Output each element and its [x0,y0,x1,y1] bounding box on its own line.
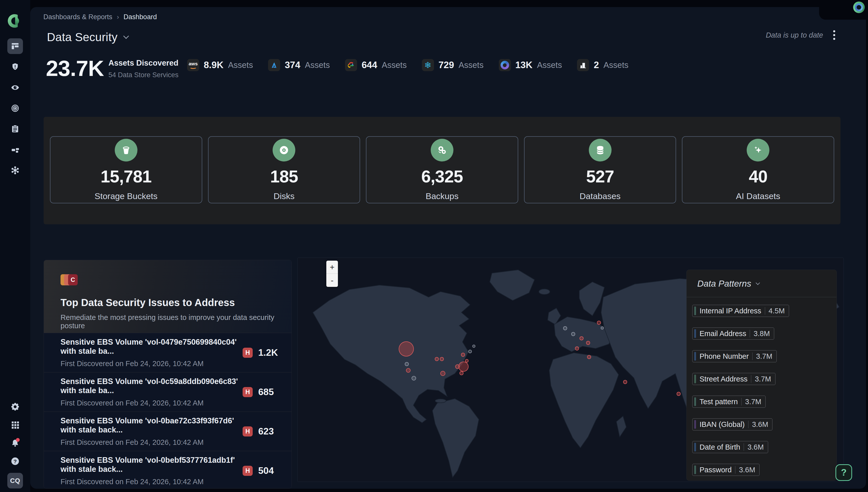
issue-count: 685 [258,387,278,397]
storage-buckets-value: 15,781 [101,167,152,186]
issue-row[interactable]: Sensitive EBS Volume 'vol-0479e750699840… [44,333,291,372]
provider-on-premises[interactable]: 2 Assets [577,59,629,71]
provider-azure[interactable]: 374 Assets [268,59,330,71]
map-asset-bubble[interactable] [461,353,465,357]
map-zoom-out-button[interactable]: - [326,274,338,287]
card-ai-datasets[interactable]: 40 AI Datasets [682,136,834,203]
building-icon [577,59,589,71]
data-patterns-header[interactable]: Data Patterns [687,270,837,297]
backup-icon [431,139,453,162]
data-pattern-chip[interactable]: IBAN (Global)3.6M [692,418,772,430]
map-asset-bubble[interactable] [571,332,575,336]
sidebar-item-connections[interactable] [7,163,23,178]
map-asset-bubble[interactable] [440,357,444,361]
issue-title: Sensitive EBS Volume 'vol-0bebf5377761ad… [60,456,242,474]
sidebar-item-policies[interactable] [7,121,23,137]
map-asset-bubble[interactable] [601,326,604,329]
data-pattern-chip[interactable]: Date of Birth3.6M [692,441,768,453]
help-circle-icon[interactable]: ? [8,454,22,468]
data-pattern-chip[interactable]: Street Address3.7M [692,373,775,385]
map-asset-bubble[interactable] [458,362,468,372]
kebab-menu-icon[interactable] [831,29,838,41]
map-asset-bubble[interactable] [435,357,439,361]
map-asset-bubble[interactable] [412,376,416,380]
map-asset-bubble[interactable] [468,350,472,353]
assets-total-label: Assets Discovered [108,58,179,68]
top-issues-title: Top Data Security Issues to Address [60,297,275,308]
card-disks[interactable]: 185 Disks [208,136,360,203]
data-pattern-chip[interactable]: Email Address3.8M [692,327,774,340]
sidebar-item-discovery[interactable] [7,80,23,95]
severity-badge-high: H [242,466,253,476]
map-asset-bubble[interactable] [676,392,681,396]
data-pattern-chip[interactable]: Password3.6M [692,464,760,476]
user-avatar[interactable]: CQ [7,473,23,489]
provider-snowflake[interactable]: ❄ 729 Assets [422,59,484,71]
apps-grid-icon[interactable] [8,418,22,432]
chevron-down-icon [756,280,760,285]
cyera-logo-icon[interactable] [7,13,23,29]
storage-buckets-label: Storage Buckets [95,191,157,201]
map-asset-bubble[interactable] [563,326,567,330]
card-backups[interactable]: 6,325 Backups [366,136,518,203]
sidebar-item-inventory[interactable] [7,142,23,157]
provider-google-cloud[interactable]: 644 Assets [345,59,407,71]
card-databases[interactable]: 527 Databases [524,136,676,203]
issue-row[interactable]: Sensitive EBS Volume 'vol-0bebf5377761ad… [44,451,291,489]
map-asset-bubble[interactable] [459,371,463,375]
azure-icon [268,59,280,71]
provider-microsoft[interactable]: 13K Assets [499,59,562,71]
page-title: Data Security [47,30,118,44]
breadcrumb-dashboards-reports[interactable]: Dashboards & Reports [43,13,112,21]
breadcrumb-separator: › [117,13,119,21]
map-asset-bubble[interactable] [399,341,414,356]
card-storage-buckets[interactable]: 15,781 Storage Buckets [50,136,202,203]
data-pattern-chip[interactable]: Internal IP Address4.5M [692,305,789,317]
data-pattern-chip[interactable]: Phone Number3.7M [692,350,777,362]
notifications-bell-icon[interactable] [8,437,22,450]
main-content: Dashboards & Reports › Dashboard Data is… [30,7,866,489]
settings-gear-icon[interactable] [8,400,22,413]
map-asset-bubble[interactable] [406,368,411,373]
network-nodes-icon [10,166,20,175]
chevron-down-icon [123,33,129,39]
sidebar-item-classification[interactable] [7,100,23,116]
onprem-asset-count: 2 [594,60,599,70]
map-asset-bubble[interactable] [405,362,409,366]
breadcrumb-dashboard[interactable]: Dashboard [124,13,157,21]
microsoft-asset-count: 13K [515,60,533,70]
map-asset-bubble[interactable] [580,336,584,340]
map-asset-bubble[interactable] [597,321,601,325]
map-asset-bubble[interactable] [440,371,445,376]
map-asset-bubble[interactable] [465,359,468,363]
browser-extension-badge-icon[interactable] [853,1,865,13]
aws-icon: aws [187,59,199,71]
breadcrumb: Dashboards & Reports › Dashboard [43,13,157,21]
map-asset-bubble[interactable] [586,341,590,345]
top-issues-subtitle: Remediate the most pressing issues to im… [60,313,275,330]
help-fab-button[interactable]: ? [836,464,852,481]
map-zoom-in-button[interactable]: + [326,261,338,274]
map-asset-bubble[interactable] [575,346,579,350]
data-patterns-title: Data Patterns [697,278,751,289]
dashboard-title-row[interactable]: Data Security [47,30,128,44]
svg-text:?: ? [14,459,17,464]
sidebar-item-issues[interactable] [7,59,23,75]
databases-label: Databases [580,191,621,201]
data-pattern-chip[interactable]: Test pattern3.7M [692,396,766,408]
issue-discovered: First Discovered on Feb 24, 2026, 10:42 … [60,438,242,447]
data-patterns-panel: Data Patterns Internal IP Address4.5M Em… [686,270,837,481]
issue-count: 1.2K [258,347,278,358]
provider-aws[interactable]: aws 8.9K Assets [187,59,253,71]
issue-row[interactable]: Sensitive EBS Volume 'vol-0bae72c33f93f6… [44,412,291,451]
issue-row[interactable]: Sensitive EBS Volume 'vol-0c59a8ddb090e6… [44,372,291,412]
issue-discovered: First Discovered on Feb 24, 2026, 10:42 … [60,477,242,486]
map-asset-bubble[interactable] [472,345,475,348]
sparkle-icon [747,139,769,162]
snowflake-asset-count: 729 [438,60,454,70]
backups-label: Backups [426,191,458,201]
sidebar-item-dashboards[interactable] [7,38,23,54]
severity-badge-high: H [242,426,253,437]
map-asset-bubble[interactable] [587,355,591,359]
map-asset-bubble[interactable] [623,380,627,384]
